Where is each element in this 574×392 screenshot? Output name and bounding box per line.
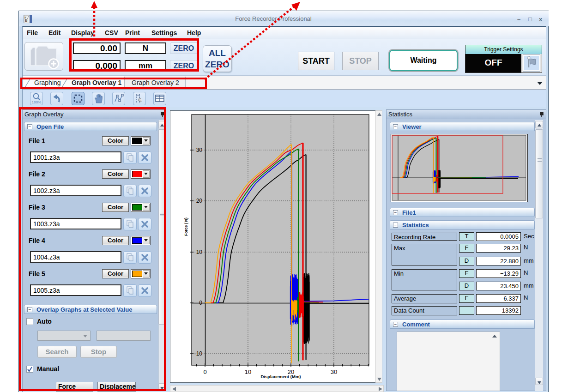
svg-text:10: 10 bbox=[245, 368, 251, 375]
svg-text:Force ( N): Force ( N) bbox=[184, 217, 188, 236]
svg-text:0: 0 bbox=[199, 300, 202, 306]
svg-text:30: 30 bbox=[196, 147, 203, 153]
svg-text:Displacement (Mm): Displacement (Mm) bbox=[260, 374, 301, 379]
svg-text:0: 0 bbox=[203, 368, 206, 375]
svg-text:20: 20 bbox=[196, 198, 203, 204]
svg-text:100%: 100% bbox=[32, 100, 41, 104]
svg-text:10: 10 bbox=[196, 249, 203, 255]
svg-text:30: 30 bbox=[331, 368, 337, 375]
svg-text:-10: -10 bbox=[194, 350, 203, 357]
